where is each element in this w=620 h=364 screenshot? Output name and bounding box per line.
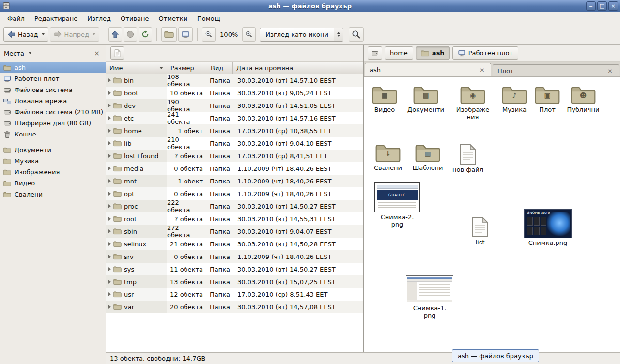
table-row[interactable]: boot 10 обекта Папка 30.03.2010 (вт) 9,0… (106, 87, 363, 99)
tab-close-icon[interactable]: × (478, 66, 486, 74)
search-button[interactable] (349, 27, 364, 42)
expander-icon[interactable] (108, 292, 111, 296)
sidebar-title-dropdown-icon[interactable] (29, 52, 31, 54)
expander-icon[interactable] (108, 229, 111, 233)
minimize-button[interactable]: ‒ (586, 1, 596, 11)
expander-icon[interactable] (108, 242, 111, 246)
back-button[interactable]: Назад (3, 27, 48, 42)
maximize-button[interactable]: □ (597, 1, 607, 11)
sidebar-item-filesystem[interactable]: Файлова система (0, 84, 106, 95)
column-header-name[interactable]: Име (106, 62, 167, 74)
expander-icon[interactable] (108, 267, 111, 271)
expander-icon[interactable] (108, 141, 111, 145)
sidebar-item-trash[interactable]: Кошче (0, 129, 106, 140)
tab-ash[interactable]: ash × (365, 63, 491, 76)
icon-image-snimka[interactable]: GNOME Store Снимка.png (524, 209, 572, 247)
table-row[interactable]: home 1 обект Папка 17.03.2010 (ср) 10,38… (106, 124, 363, 137)
reload-button[interactable] (139, 27, 152, 42)
menu-bookmarks[interactable]: Отметки (154, 13, 192, 24)
column-header-size[interactable]: Размер (167, 62, 207, 74)
tab-plot[interactable]: Плот × (493, 64, 619, 76)
menu-help[interactable]: Помощ (192, 13, 225, 24)
sidebar-item-video[interactable]: Видео (0, 178, 106, 189)
menu-view[interactable]: Изглед (82, 13, 116, 24)
table-row[interactable]: mnt 1 обект Папка 1.10.2009 (чт) 18,40,2… (106, 175, 363, 187)
table-row[interactable]: sbin 272 обекта Папка 30.03.2010 (вт) 9,… (106, 225, 363, 238)
table-row[interactable]: usr 12 обекта Папка 17.03.2010 (ср) 8,51… (106, 288, 363, 301)
table-row[interactable]: root ? обекта Папка 30.03.2010 (вт) 14,5… (106, 212, 363, 225)
icon-file-new[interactable]: нов файл (447, 144, 489, 174)
expander-icon[interactable] (108, 204, 111, 208)
up-button[interactable] (108, 27, 122, 42)
icon-image-snimka-1[interactable]: Снимка-1.png (405, 275, 454, 319)
view-mode-spinner[interactable] (334, 28, 343, 41)
expander-icon[interactable] (108, 280, 111, 284)
menu-go[interactable]: Отиване (116, 13, 154, 24)
sidebar-item-pictures[interactable]: Изображения (0, 167, 106, 178)
menu-file[interactable]: Файл (2, 13, 30, 24)
icon-folder-public[interactable]: ☻ Публични (562, 85, 604, 114)
icon-file-list[interactable]: list (459, 216, 501, 246)
expander-icon[interactable] (108, 154, 111, 158)
sidebar-item-network[interactable]: Локална мрежа (0, 95, 106, 106)
table-row[interactable]: sys 11 обекта Папка 30.03.2010 (вт) 14,5… (106, 263, 363, 275)
expander-icon[interactable] (108, 116, 111, 120)
sidebar-item-filesystem-210mb[interactable]: Файлова система (210 MB) (0, 106, 106, 118)
home-button[interactable] (161, 27, 177, 42)
taskbar-window-button[interactable]: ash — файлов браузър (452, 349, 539, 362)
expander-icon[interactable] (108, 104, 111, 107)
expander-icon[interactable] (108, 255, 111, 258)
expander-icon[interactable] (108, 129, 111, 133)
pathbar-home-button[interactable]: home (385, 46, 413, 60)
sidebar-item-downloads[interactable]: Свалени (0, 189, 106, 200)
expander-icon[interactable] (108, 167, 111, 170)
sidebar-item-documents[interactable]: Документи (0, 144, 106, 155)
sidebar-item-encrypted-80gb[interactable]: Шифриран дял (80 GB) (0, 118, 106, 129)
column-header-date[interactable]: Дата на промяна (233, 62, 363, 74)
table-row[interactable]: bin 108 обекта Папка 30.03.2010 (вт) 14,… (106, 74, 363, 87)
expander-icon[interactable] (108, 305, 111, 309)
forward-button[interactable]: Напред (50, 27, 99, 42)
pathbar-root-button[interactable] (368, 46, 382, 60)
table-row[interactable]: media 0 обекта Папка 1.10.2009 (чт) 18,4… (106, 162, 363, 175)
location-toggle-button[interactable] (110, 46, 124, 60)
table-row[interactable]: lost+found ? обекта Папка 17.03.2010 (ср… (106, 150, 363, 162)
expander-icon[interactable] (108, 91, 111, 95)
sidebar-item-desktop[interactable]: Работен плот (0, 73, 106, 84)
table-row[interactable]: opt 0 обекта Папка 1.10.2009 (чт) 18,40,… (106, 187, 363, 200)
zoom-in-button[interactable] (242, 27, 256, 42)
sidebar-close-icon[interactable]: × (92, 49, 102, 57)
table-row[interactable]: tmp 13 обекта Папка 30.03.2010 (вт) 15,0… (106, 275, 363, 288)
table-row[interactable]: lib 210 обекта Папка 30.03.2010 (вт) 9,0… (106, 137, 363, 150)
sidebar-title[interactable]: Места (4, 50, 24, 57)
menu-edit[interactable]: Редактиране (30, 13, 82, 24)
pathbar-desktop-button[interactable]: Работен плот (452, 46, 518, 60)
icon-folder-documents[interactable]: ▤ Документи (404, 85, 447, 114)
sidebar-item-music[interactable]: Музика (0, 155, 106, 167)
zoom-out-button[interactable] (202, 27, 216, 42)
computer-button[interactable] (178, 27, 193, 42)
table-row[interactable]: var 20 обекта Папка 30.03.2010 (вт) 14,5… (106, 301, 363, 313)
icon-folder-templates[interactable]: ▥ Шаблони (407, 143, 449, 172)
icon-folder-downloads[interactable]: ↓ Свалени (367, 143, 409, 172)
pathbar-ash-button[interactable]: ash (416, 46, 450, 60)
tab-close-icon[interactable]: × (606, 67, 614, 75)
expander-icon[interactable] (108, 217, 111, 221)
icon-folder-pictures[interactable]: ◉ Изображения (451, 85, 495, 121)
stop-button[interactable] (124, 27, 137, 42)
expander-icon[interactable] (108, 192, 111, 196)
table-row[interactable]: proc 222 обекта Папка 30.03.2010 (вт) 14… (106, 200, 363, 212)
table-row[interactable]: dev 190 обекта Папка 30.03.2010 (вт) 14,… (106, 99, 363, 112)
sidebar-item-ash[interactable]: ash (0, 62, 106, 73)
table-row[interactable]: srv 0 обекта Папка 1.10.2009 (чт) 18,40,… (106, 250, 363, 263)
expander-icon[interactable] (108, 78, 111, 82)
expander-icon[interactable] (108, 179, 111, 183)
icon-folder-video[interactable]: ▦ Видео (364, 85, 405, 114)
view-mode-select[interactable]: Изглед като икони (260, 28, 343, 42)
close-button[interactable]: × (608, 1, 618, 11)
table-row[interactable]: etc 241 обекта Папка 30.03.2010 (вт) 14,… (106, 112, 363, 124)
table-row[interactable]: selinux 21 обекта Папка 30.03.2010 (вт) … (106, 238, 363, 250)
icon-image-snimka-2[interactable]: GUADEC Снимка-2.png (373, 182, 421, 228)
back-dropdown-icon[interactable] (42, 33, 45, 35)
icon-view[interactable]: ▦ Видео ▤ Документи ◉ Изображения ♪ Музи… (364, 77, 620, 352)
